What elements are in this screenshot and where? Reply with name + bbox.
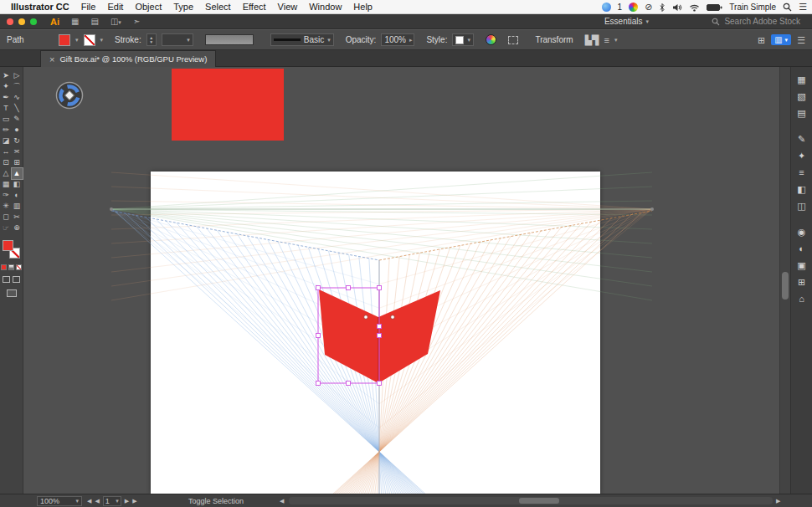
grid-view-icon[interactable]: ▦: [71, 17, 79, 26]
color-panel-icon[interactable]: ▦: [794, 73, 809, 86]
selection-handle[interactable]: [347, 382, 351, 386]
style-dropdown[interactable]: ▾: [452, 33, 474, 46]
selection-handle[interactable]: [378, 334, 382, 338]
last-artboard-icon[interactable]: ▶: [132, 498, 136, 504]
menu-item-object[interactable]: Object: [129, 2, 167, 12]
transform-label[interactable]: Transform: [535, 35, 573, 44]
arrange-icon[interactable]: ⊞: [758, 35, 765, 45]
scale-tool[interactable]: ↔: [1, 146, 12, 157]
none-mode-icon[interactable]: [16, 264, 22, 270]
pen-tool[interactable]: ✒: [1, 92, 12, 103]
next-artboard-icon[interactable]: ▶: [125, 498, 129, 504]
opacity-dropdown[interactable]: 100% ▸: [381, 33, 414, 46]
direct-selection-tool[interactable]: ▷: [12, 70, 23, 81]
horizontal-scrollbar-thumb[interactable]: [519, 498, 559, 504]
bluetooth-icon[interactable]: [659, 3, 666, 13]
line-segment-tool[interactable]: ╲: [12, 103, 23, 114]
artboards-panel-icon[interactable]: ⊞: [794, 275, 809, 289]
spotlight-search-icon[interactable]: [783, 3, 792, 12]
zoom-level-dropdown[interactable]: 100% ▾: [37, 496, 82, 506]
transparency-panel-icon[interactable]: ◫: [794, 199, 809, 213]
left-vanishing-point[interactable]: [110, 207, 113, 211]
document-tab[interactable]: × Gift Box.ai* @ 100% (RGB/GPU Preview): [40, 50, 216, 67]
stroke-color-swatch[interactable]: [84, 34, 95, 46]
slice-tool[interactable]: ✂: [12, 212, 23, 223]
first-artboard-icon[interactable]: ◀: [87, 498, 91, 504]
width-profile-preview[interactable]: [205, 34, 254, 45]
menu-item-edit[interactable]: Edit: [101, 2, 129, 12]
free-transform-tool[interactable]: ⊡: [1, 157, 12, 168]
eyedropper-tool[interactable]: ✑: [1, 190, 12, 201]
menu-item-effect[interactable]: Effect: [237, 2, 272, 12]
arrange-documents-icon[interactable]: ◫▾: [110, 17, 121, 26]
screen-mode-icon[interactable]: [7, 289, 17, 297]
perspective-grid-tool[interactable]: △: [1, 168, 12, 179]
width-tool[interactable]: ≍: [12, 146, 23, 157]
magic-wand-tool[interactable]: ✦: [1, 81, 12, 92]
shape-builder-tool[interactable]: ⊞: [12, 157, 23, 168]
isolate-selection-icon[interactable]: [508, 36, 518, 44]
notification-center-icon[interactable]: ☰: [799, 0, 807, 14]
selection-handle[interactable]: [378, 325, 382, 329]
control-bar-menu-icon[interactable]: ☰: [797, 35, 805, 45]
curvature-tool[interactable]: ∿: [12, 92, 23, 103]
column-graph-tool[interactable]: ▥: [12, 201, 23, 212]
selection-handle[interactable]: [347, 286, 351, 290]
siri-icon[interactable]: [602, 3, 611, 12]
recolor-artwork-icon[interactable]: [486, 34, 496, 45]
share-icon[interactable]: ➣: [133, 17, 140, 26]
symbols-panel-icon[interactable]: ✦: [794, 149, 809, 162]
stroke-weight-dropdown[interactable]: ▾: [162, 33, 193, 46]
paintbrush-tool[interactable]: ✎: [12, 114, 23, 125]
align-icon[interactable]: ▙▜: [585, 35, 599, 45]
type-tool[interactable]: T: [1, 103, 12, 114]
mesh-tool[interactable]: ▦: [1, 179, 12, 190]
fill-indicator[interactable]: [3, 240, 13, 251]
shaper-tool[interactable]: ✏: [1, 125, 12, 136]
canvas[interactable]: [23, 67, 779, 494]
vertical-scrollbar[interactable]: [779, 67, 790, 494]
blend-tool[interactable]: ◐: [12, 190, 23, 201]
selection-tool[interactable]: ➤: [1, 70, 12, 81]
do-not-disturb-icon[interactable]: ⊘: [645, 0, 652, 14]
draw-normal-icon[interactable]: [3, 276, 10, 283]
menu-item-view[interactable]: View: [272, 2, 304, 12]
draw-behind-icon[interactable]: [13, 276, 20, 283]
color-guide-panel-icon[interactable]: ▧: [794, 90, 809, 103]
menu-item-window[interactable]: Window: [303, 2, 347, 12]
distribute-icon[interactable]: ≡: [604, 35, 609, 45]
graphic-styles-panel-icon[interactable]: ◐: [794, 242, 809, 255]
eraser-tool[interactable]: ◪: [1, 136, 12, 146]
gradient-mode-icon[interactable]: [8, 264, 14, 270]
workspace-switcher[interactable]: Essentials ▾: [604, 17, 649, 26]
chevron-down-icon[interactable]: ▾: [75, 37, 79, 44]
hand-tool[interactable]: ☞: [1, 223, 12, 233]
layers-panel-icon[interactable]: ▣: [794, 259, 809, 272]
zoom-tool[interactable]: ⊕: [12, 223, 23, 233]
stock-icon[interactable]: ▤: [90, 17, 98, 26]
selection-handle[interactable]: [378, 286, 382, 290]
color-wheel-icon[interactable]: [629, 3, 638, 12]
artboard-number-dropdown[interactable]: 1 ▾: [103, 496, 121, 506]
symbol-sprayer-tool[interactable]: ✳: [1, 201, 12, 212]
fill-stroke-widget[interactable]: [2, 240, 22, 260]
chevron-down-icon[interactable]: ▾: [100, 37, 104, 44]
scroll-left-icon[interactable]: ◀: [280, 498, 284, 504]
plane-switching-widget[interactable]: [54, 79, 85, 111]
libraries-panel-icon[interactable]: ⌂: [794, 292, 809, 305]
selection-handle[interactable]: [316, 334, 321, 338]
scroll-right-icon[interactable]: ▶: [776, 498, 780, 504]
selection-handle[interactable]: [316, 382, 321, 386]
vertical-scrollbar-thumb[interactable]: [782, 272, 789, 300]
panel-toggle-active-icon[interactable]: ▥▾: [771, 34, 791, 45]
swatches-panel-icon[interactable]: ▤: [794, 106, 809, 120]
rectangle-tool[interactable]: ▭: [1, 114, 12, 125]
chevron-down-icon[interactable]: ▾: [614, 37, 618, 44]
perspective-selection-tool[interactable]: ▲: [12, 168, 23, 179]
selection-handle[interactable]: [316, 286, 321, 290]
volume-icon[interactable]: [672, 3, 682, 12]
appearance-panel-icon[interactable]: ◉: [794, 225, 809, 238]
minimize-window-button[interactable]: [18, 18, 25, 25]
menu-item-help[interactable]: Help: [347, 2, 378, 12]
brushes-panel-icon[interactable]: ✎: [794, 132, 809, 146]
